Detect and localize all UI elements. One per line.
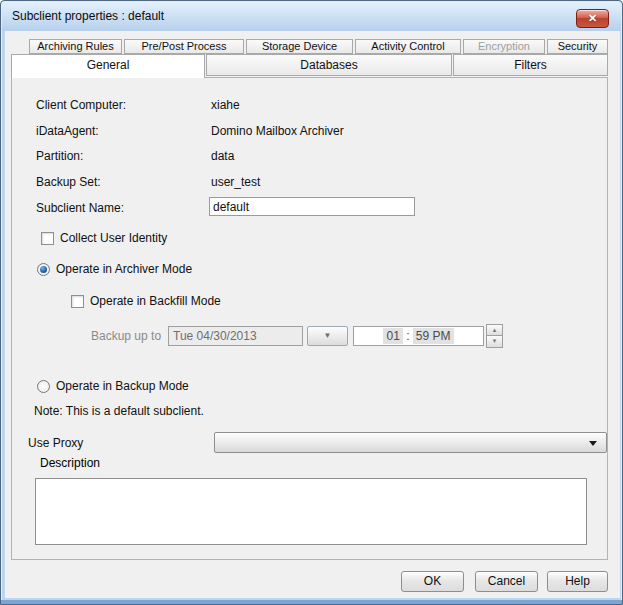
dialog-title: Subclient properties : default — [12, 2, 164, 31]
backup-mode-row[interactable]: Operate in Backup Mode — [37, 379, 195, 393]
client-computer-value: xiahe — [211, 98, 240, 112]
collect-user-identity-row[interactable]: Collect User Identity — [41, 231, 173, 245]
date-dropdown-button[interactable]: ▼ — [307, 326, 348, 346]
archiver-mode-label: Operate in Archiver Mode — [56, 262, 192, 276]
backup-set-value: user_test — [211, 175, 260, 189]
tab-general[interactable]: General — [11, 54, 205, 78]
time-separator: : — [406, 329, 409, 343]
time-minute-ampm[interactable]: 59 PM — [413, 328, 454, 344]
backfill-mode-checkbox[interactable] — [71, 295, 84, 308]
backfill-mode-label: Operate in Backfill Mode — [90, 294, 221, 308]
tab-security[interactable]: Security — [547, 39, 608, 54]
backfill-mode-row[interactable]: Operate in Backfill Mode — [71, 294, 227, 308]
description-textarea[interactable] — [35, 478, 587, 545]
cancel-button[interactable]: Cancel — [475, 571, 538, 592]
chevron-down-icon — [589, 441, 597, 446]
time-hour[interactable]: 01 — [383, 328, 402, 344]
archiver-mode-radio[interactable] — [37, 263, 50, 276]
backup-mode-label: Operate in Backup Mode — [56, 379, 189, 393]
backup-set-label: Backup Set: — [36, 175, 101, 189]
description-label: Description — [36, 456, 104, 470]
note-text: Note: This is a default subclient. — [34, 404, 204, 418]
partition-label: Partition: — [36, 149, 83, 163]
subclient-name-input[interactable] — [209, 197, 415, 216]
backup-date-field: Tue 04/30/2013 — [168, 326, 303, 346]
chevron-down-icon: ▼ — [324, 331, 332, 340]
idataagent-value: Domino Mailbox Archiver — [211, 124, 344, 138]
title-bar[interactable]: Subclient properties : default ✕ — [2, 2, 621, 31]
idataagent-label: iDataAgent: — [36, 124, 99, 138]
partition-value: data — [211, 149, 234, 163]
tab-databases[interactable]: Databases — [206, 54, 452, 76]
client-computer-label: Client Computer: — [36, 98, 126, 112]
ok-button[interactable]: OK — [401, 571, 464, 592]
subclient-name-label: Subclient Name: — [36, 201, 124, 215]
backup-up-to-label: Backup up to — [91, 329, 161, 343]
spinner-down-icon[interactable]: ▼ — [486, 336, 503, 348]
archiver-mode-row[interactable]: Operate in Archiver Mode — [37, 262, 198, 276]
tab-pre-post-process[interactable]: Pre/Post Process — [124, 39, 244, 54]
backup-mode-radio[interactable] — [37, 380, 50, 393]
help-button[interactable]: Help — [547, 571, 608, 592]
subclient-properties-dialog: Subclient properties : default ✕ Archivi… — [0, 0, 623, 605]
tab-storage-device[interactable]: Storage Device — [246, 39, 353, 54]
close-icon[interactable]: ✕ — [576, 9, 609, 28]
collect-user-identity-label: Collect User Identity — [60, 231, 167, 245]
time-spinner: ▲ ▼ — [486, 324, 503, 348]
tab-encryption: Encryption — [463, 39, 545, 54]
tab-archiving-rules[interactable]: Archiving Rules — [29, 39, 122, 54]
use-proxy-select[interactable] — [214, 432, 607, 453]
spinner-up-icon[interactable]: ▲ — [486, 324, 503, 336]
tab-filters[interactable]: Filters — [453, 54, 608, 76]
backup-time-field[interactable]: 01 : 59 PM — [353, 326, 484, 346]
use-proxy-label: Use Proxy — [28, 436, 83, 450]
tab-activity-control[interactable]: Activity Control — [355, 39, 461, 54]
collect-user-identity-checkbox[interactable] — [41, 232, 54, 245]
